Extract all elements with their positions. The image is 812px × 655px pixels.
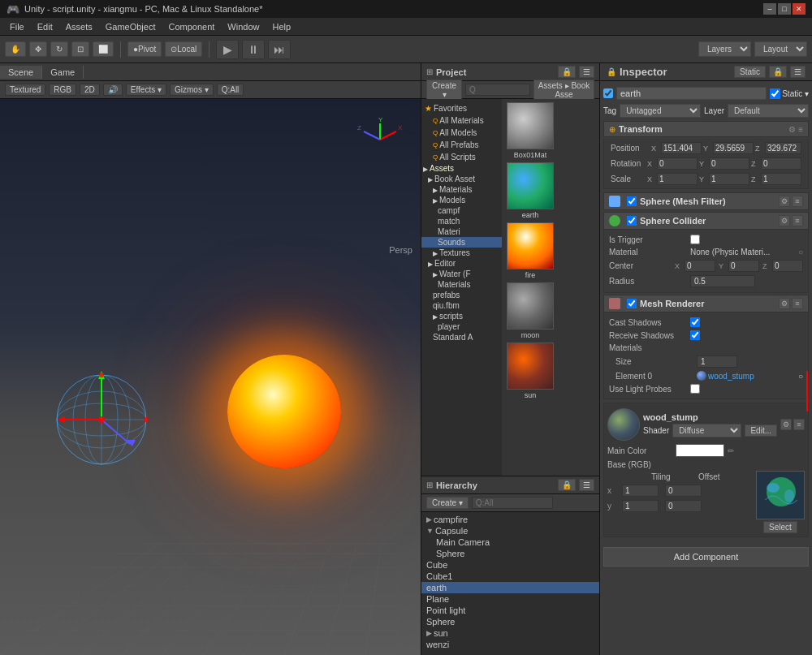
cast-shadows-checkbox[interactable]	[690, 317, 700, 327]
view-rgb[interactable]: RGB	[49, 84, 76, 96]
scale-z-input[interactable]	[761, 173, 801, 185]
pause-button[interactable]: ⏸	[242, 40, 265, 59]
mesh-renderer-menu[interactable]: ≡	[792, 298, 803, 309]
pos-y-input[interactable]	[713, 142, 754, 154]
play-button[interactable]: ▶	[216, 40, 239, 59]
object-name-input[interactable]	[616, 87, 767, 100]
tab-game[interactable]: Game	[42, 66, 84, 79]
shader-edit-btn[interactable]: Edit...	[745, 424, 777, 437]
favorites-folder[interactable]: ★Favorites	[421, 102, 502, 114]
hierarchy-sun[interactable]: ▶sun	[421, 627, 599, 639]
material-menu-btn[interactable]: ≡	[793, 419, 805, 430]
hierarchy-campfire[interactable]: ▶campfire	[421, 514, 599, 525]
tab-scene[interactable]: Scene	[0, 66, 42, 79]
mesh-renderer-settings[interactable]: ⚙	[779, 298, 790, 309]
water-folder[interactable]: ▶Water (F	[421, 269, 502, 279]
campf-folder[interactable]: campf	[421, 205, 502, 216]
asset-earth[interactable]: earth	[506, 162, 555, 219]
cx-input[interactable]	[685, 260, 715, 272]
tiling-x-input[interactable]	[622, 485, 659, 497]
menu-edit[interactable]: Edit	[31, 20, 59, 33]
hierarchy-main-camera[interactable]: Main Camera	[421, 536, 599, 548]
scale-tool[interactable]: ⊡	[71, 41, 89, 57]
project-menu[interactable]: ☰	[579, 66, 594, 78]
sphere-collider-checkbox[interactable]	[627, 216, 637, 226]
all-materials-item[interactable]: QAll Materials	[421, 114, 502, 127]
hierarchy-wenzi[interactable]: wenzi	[421, 639, 599, 650]
layout-dropdown[interactable]: Layout	[754, 41, 807, 57]
hierarchy-search[interactable]	[472, 497, 553, 509]
inspector-lock-btn[interactable]: 🔒	[769, 66, 787, 78]
offset-y-input[interactable]	[665, 500, 702, 512]
texture-select-btn[interactable]: Select	[763, 521, 797, 533]
transform-section-header[interactable]: ⊕ Transform ⚙ ≡	[603, 121, 809, 137]
tiling-y-input[interactable]	[622, 500, 659, 512]
asset-box01mat[interactable]: Box01Mat	[506, 102, 555, 159]
pivot-toggle[interactable]: ●Pivot	[127, 41, 162, 57]
radius-input[interactable]	[690, 275, 755, 287]
inspector-menu-btn[interactable]: ☰	[790, 66, 806, 78]
layer-dropdown[interactable]: Default	[728, 104, 809, 118]
offset-x-input[interactable]	[665, 485, 702, 497]
menu-file[interactable]: File	[3, 20, 31, 33]
sphere-collider-settings[interactable]: ⚙	[779, 215, 790, 226]
is-trigger-checkbox[interactable]	[690, 235, 700, 244]
static-checkbox[interactable]	[770, 88, 780, 99]
maximize-button[interactable]: □	[778, 3, 791, 15]
book-assets-folder[interactable]: ▶Book Asset	[421, 174, 502, 184]
all-prefabs-item[interactable]: QAll Prefabs	[421, 139, 502, 151]
all-scripts-item[interactable]: QAll Scripts	[421, 151, 502, 163]
hierarchy-cube1[interactable]: Cube1	[421, 571, 599, 582]
tag-dropdown[interactable]: Untagged	[620, 104, 701, 118]
hierarchy-point-light[interactable]: Point light	[421, 605, 599, 616]
search-all[interactable]: Q:All	[217, 84, 244, 96]
gizmos-dropdown[interactable]: Gizmos ▾	[170, 84, 214, 96]
rot-y-input[interactable]	[709, 157, 749, 170]
view-textured[interactable]: Textured	[5, 84, 45, 96]
close-button[interactable]: ✕	[793, 3, 806, 15]
sphere-collider-header[interactable]: Sphere Collider ⚙ ≡	[603, 212, 809, 230]
receive-shadows-checkbox[interactable]	[690, 330, 700, 340]
shader-select[interactable]: Diffuse	[672, 424, 741, 437]
mesh-filter-settings[interactable]: ⚙	[779, 196, 790, 207]
sphere-collider-menu[interactable]: ≡	[792, 215, 803, 226]
layers-dropdown[interactable]: Layers	[698, 41, 751, 57]
hierarchy-sphere-child[interactable]: Sphere	[421, 548, 599, 559]
hierarchy-create-btn[interactable]: Create ▾	[426, 497, 469, 509]
scale-y-input[interactable]	[709, 173, 749, 185]
scripts-folder[interactable]: ▶scripts	[421, 311, 502, 321]
object-enabled-checkbox[interactable]	[603, 88, 613, 98]
editor-materials[interactable]: Materials	[421, 279, 502, 290]
element0-select-btn[interactable]: ○	[798, 372, 803, 381]
all-models-item[interactable]: QAll Models	[421, 127, 502, 139]
models-folder[interactable]: ▶Models	[421, 195, 502, 205]
main-color-swatch[interactable]	[676, 444, 724, 457]
editor-folder[interactable]: ▶Editor	[421, 258, 502, 269]
project-create-btn[interactable]: Create ▾	[426, 80, 462, 101]
menu-help[interactable]: Help	[266, 20, 297, 33]
hierarchy-lock[interactable]: 🔒	[558, 479, 576, 491]
rect-tool[interactable]: ⬜	[93, 41, 114, 57]
rotate-tool[interactable]: ↻	[50, 41, 68, 57]
project-assets-btn[interactable]: Assets ▸ Book Asse	[533, 80, 594, 101]
effects-dropdown[interactable]: Effects ▾	[126, 84, 166, 96]
view-2d[interactable]: 2D	[80, 84, 100, 96]
cy-input[interactable]	[728, 260, 759, 272]
assets-folder[interactable]: ▶Assets	[421, 163, 502, 174]
hierarchy-cube[interactable]: Cube	[421, 559, 599, 571]
standard-folder[interactable]: Standard A	[421, 332, 502, 343]
project-lock[interactable]: 🔒	[558, 66, 576, 78]
mesh-filter-menu[interactable]: ≡	[792, 196, 803, 207]
rot-z-input[interactable]	[761, 157, 801, 170]
pos-x-input[interactable]	[661, 142, 702, 154]
cz-input[interactable]	[772, 260, 803, 272]
qiu-folder[interactable]: qiu.fbm	[421, 300, 502, 311]
hierarchy-plane[interactable]: Plane	[421, 593, 599, 605]
collider-material-btn[interactable]: ○	[798, 248, 803, 256]
hierarchy-capsule[interactable]: ▼Capsule	[421, 525, 599, 536]
player-folder[interactable]: player	[421, 321, 502, 332]
hierarchy-earth[interactable]: earth	[421, 582, 599, 593]
hierarchy-sphere[interactable]: Sphere	[421, 616, 599, 627]
move-tool[interactable]: ✥	[29, 41, 47, 57]
sounds-folder[interactable]: Sounds	[421, 237, 502, 248]
